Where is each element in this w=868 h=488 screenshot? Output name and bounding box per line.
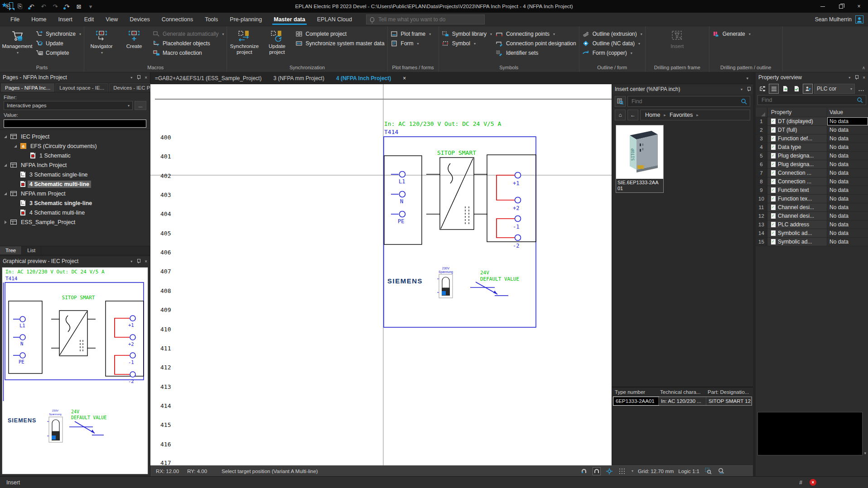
identifier-sets-button[interactable]: Identifier sets	[496, 49, 576, 57]
col-type-number[interactable]: Type number	[612, 389, 657, 395]
tree-item-3-schematic-single-line-mm[interactable]: 3 Schematic single-line	[0, 198, 150, 208]
outline-extrusion-button[interactable]: Outline (extrusion)▾	[582, 30, 642, 38]
menu-view[interactable]: View	[100, 13, 124, 26]
value-input[interactable]	[4, 120, 146, 128]
property-row[interactable]: 1DT (displayed)No data	[756, 117, 868, 126]
back-button[interactable]: ←	[627, 110, 638, 120]
tab-close-icon[interactable]: ×	[403, 75, 406, 81]
placed-macro[interactable]: In: AC 120/230 V Out: DC 24 V/5 A T414 L…	[384, 120, 536, 327]
editor-tab-nfpa-inch[interactable]: 4 (NFPA Inch Project)	[336, 75, 391, 81]
close-icon[interactable]: ×	[863, 75, 865, 80]
menu-master-data[interactable]: Master data	[268, 13, 311, 26]
macro-create-button[interactable]: Create	[120, 28, 149, 49]
tree-item-efs[interactable]: &EFS (Circuitry documents)	[0, 141, 150, 151]
symbol-library-button[interactable]: Symbol library▾	[442, 30, 492, 38]
tell-me-search[interactable]	[366, 14, 485, 24]
property-find[interactable]	[757, 95, 866, 105]
next-page-icon[interactable]: ⎘	[15, 2, 24, 10]
tree-item-iec-project[interactable]: IEC Project	[0, 132, 150, 141]
synchronize-parts-button[interactable]: Synchronize▾	[35, 30, 81, 38]
placeholder-objects-button[interactable]: Placeholder objects	[152, 39, 224, 48]
snap-icon[interactable]	[580, 467, 588, 475]
tab-scroll-icon[interactable]: ▾	[746, 76, 748, 81]
menu-insert[interactable]: Insert	[53, 13, 78, 26]
insert-center-find[interactable]	[627, 96, 750, 107]
drilling-insert-button[interactable]: Insert	[663, 28, 692, 49]
scheme-combo[interactable]: PLC cor ▾	[814, 84, 855, 94]
scroll-down-icon[interactable]: ▾	[864, 451, 866, 455]
expander-icon[interactable]	[4, 163, 8, 167]
property-row[interactable]: 10Function tex...No data	[756, 195, 868, 203]
filter-more-button[interactable]: ...	[135, 101, 146, 110]
grid-display-icon[interactable]	[618, 467, 626, 475]
ribbon-collapse-icon[interactable]: ∧	[862, 65, 865, 70]
tree-item-1-schematic[interactable]: 1 Schematic	[0, 151, 150, 160]
col-value[interactable]: Value	[827, 108, 868, 117]
tell-me-input[interactable]	[377, 16, 481, 23]
breadcrumb[interactable]: Home ▸ Favorites ▸	[640, 110, 750, 120]
list-view-tab[interactable]: List	[22, 246, 41, 254]
home-button[interactable]: ⌂	[615, 110, 626, 120]
outline-nc-data-button[interactable]: Outline (NC data)▾	[582, 39, 642, 48]
generate-button[interactable]: Generate▾	[712, 30, 751, 38]
property-row[interactable]: 8Connection ...No data	[756, 177, 868, 186]
hash-icon[interactable]: #	[799, 479, 802, 486]
list-view-icon[interactable]	[769, 84, 779, 94]
pin-icon[interactable]	[855, 75, 858, 80]
macro-navigator-button[interactable]: Navigator▾	[87, 28, 116, 55]
insert-center-find-input[interactable]	[631, 98, 741, 105]
symbol-button[interactable]: Symbol▾	[442, 39, 492, 48]
panel-menu-icon[interactable]: ▾	[130, 259, 132, 263]
menu-file[interactable]: File	[5, 13, 25, 26]
favorite-star-icon[interactable]: ★	[1, 1, 7, 9]
update-parts-button[interactable]: Update	[35, 39, 81, 48]
expander-icon[interactable]	[4, 220, 8, 225]
quick-access-dropdown-icon[interactable]: ▾	[86, 2, 95, 10]
close-icon[interactable]: ×	[145, 75, 147, 80]
menu-edit[interactable]: Edit	[78, 13, 100, 26]
menu-home[interactable]: Home	[25, 13, 52, 26]
property-row[interactable]: 11Channel desi...No data	[756, 203, 868, 212]
breadcrumb-home[interactable]: Home	[645, 112, 660, 118]
property-row[interactable]: 4Data typeNo data	[756, 143, 868, 152]
tree-item-nfpa-inch-project[interactable]: NFPA Inch Project	[0, 160, 150, 170]
scheme-more-button[interactable]: ...	[856, 84, 866, 94]
redo-icon[interactable]: ↷	[63, 2, 72, 10]
update-project-button[interactable]: Update project	[262, 28, 291, 55]
panel-menu-icon[interactable]: ▾	[849, 76, 850, 80]
expander-icon[interactable]	[4, 134, 8, 139]
tab-pages[interactable]: Pages - NFPA Inc...	[1, 83, 54, 92]
form-copper-button[interactable]: Form (copper)▾	[582, 49, 642, 57]
macro-collection-button[interactable]: Macro collection	[152, 49, 224, 57]
form-button[interactable]: Form▾	[391, 39, 431, 48]
col-part-designation[interactable]: Part: Designatio...	[705, 389, 753, 395]
tree-item-4-schematic-multi-line-inch[interactable]: 4 Schematic multi-line	[0, 179, 150, 189]
connecting-points-button[interactable]: Connecting points▾	[496, 30, 576, 38]
panel-menu-icon[interactable]: ▾	[130, 76, 132, 80]
tree-item-3-schematic-single-line-inch[interactable]: 3 Schematic single-line	[0, 170, 150, 179]
menu-pre-planning[interactable]: Pre-planning	[224, 13, 268, 26]
user-avatar-icon[interactable]	[855, 15, 863, 24]
tree-item-nfpa-mm-project[interactable]: NFPA mm Project	[0, 189, 150, 198]
breadcrumb-favorites[interactable]: Favorites	[670, 112, 693, 118]
undo-icon[interactable]: ↶	[27, 2, 36, 10]
zoom-total-icon[interactable]: 100	[717, 467, 725, 475]
property-row[interactable]: 15Symbolic ad...No data	[756, 238, 868, 246]
complete-parts-button[interactable]: Complete	[35, 49, 81, 57]
redo-list-icon[interactable]: ↷	[51, 2, 60, 10]
property-row[interactable]: 13PLC addressNo data	[756, 220, 868, 229]
property-row[interactable]: 12Channel desi...No data	[756, 212, 868, 220]
property-row[interactable]: 7Connection ...No data	[756, 169, 868, 177]
copy-properties-icon[interactable]	[780, 84, 790, 94]
property-row[interactable]: 2DT (full)No data	[756, 126, 868, 134]
pin-icon[interactable]	[747, 87, 750, 91]
cancel-action-icon[interactable]: ⊠	[74, 2, 83, 10]
expander-icon[interactable]	[4, 191, 8, 196]
notification-close-icon[interactable]: ×	[810, 479, 816, 486]
part-tile[interactable]: SITOP ★ SIE.6EP1333-2AA 0	[616, 125, 664, 193]
connection-point-designation-button[interactable]: Connection point designation	[496, 39, 576, 48]
property-row[interactable]: 14Symbolic ad...No data	[756, 229, 868, 238]
menu-connections[interactable]: Connections	[156, 13, 199, 26]
plot-frame-button[interactable]: Plot frame▾	[391, 30, 431, 38]
expander-icon[interactable]	[14, 144, 18, 148]
